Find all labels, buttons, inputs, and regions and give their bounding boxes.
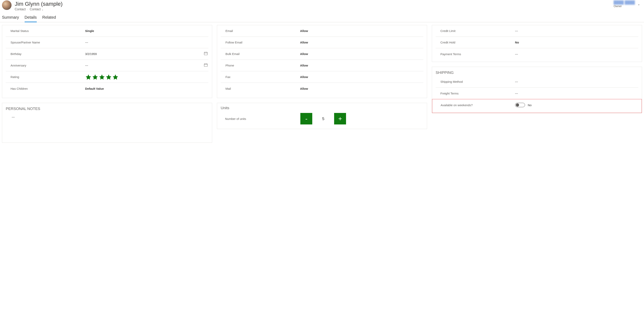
- svg-rect-0: [204, 52, 208, 55]
- field-bulk-email[interactable]: Bulk Email Allow: [221, 48, 423, 60]
- breadcrumb-separator: ·: [27, 7, 28, 11]
- field-label: Payment Terms: [436, 52, 513, 56]
- field-value: Allow: [300, 52, 423, 55]
- field-credit-limit[interactable]: Credit Limit ---: [436, 25, 638, 37]
- form-selector[interactable]: Contact ⌄: [30, 7, 44, 11]
- field-label: Anniversary: [6, 64, 83, 67]
- field-value: ---: [515, 29, 638, 32]
- notes-body[interactable]: ---: [6, 115, 208, 119]
- field-label: Freight Terms: [436, 92, 513, 95]
- field-label: Shipping Method: [436, 80, 513, 83]
- field-value: Allow: [300, 87, 423, 90]
- column-1: Marital Status Single Spouse/Partner Nam…: [2, 25, 212, 143]
- field-birthday[interactable]: Birthday 3/2/1959: [6, 48, 208, 60]
- calendar-icon[interactable]: [203, 51, 208, 56]
- highlighted-field: Available on weekends? No: [432, 99, 642, 113]
- field-label: Email: [221, 29, 298, 32]
- section-title: SHIPPING: [436, 70, 638, 75]
- contact-avatar: [2, 0, 12, 10]
- increment-button[interactable]: +: [334, 113, 346, 124]
- chevron-down-icon: ⌄: [638, 2, 640, 6]
- field-rating[interactable]: Rating: [6, 71, 208, 83]
- field-value: Allow: [300, 75, 423, 79]
- calendar-icon[interactable]: [203, 63, 208, 68]
- field-value: ---: [85, 41, 208, 44]
- star-icon[interactable]: [99, 74, 105, 80]
- field-shipping-method[interactable]: Shipping Method ---: [436, 76, 638, 87]
- star-rating[interactable]: [85, 74, 208, 80]
- breadcrumb: Contact · Contact ⌄: [15, 7, 610, 11]
- field-label: Spouse/Partner Name: [6, 41, 83, 44]
- field-has-children[interactable]: Has Children Default Value: [6, 83, 208, 94]
- entity-label: Contact: [15, 7, 26, 11]
- star-icon[interactable]: [85, 74, 92, 80]
- owner-meta: ████ ████ Owner: [614, 0, 635, 8]
- header-text: Jim Glynn (sample) Contact · Contact ⌄: [15, 0, 610, 11]
- personal-notes-card: PERSONAL NOTES ---: [2, 103, 212, 143]
- units-controls: - 5 +: [300, 113, 346, 124]
- page-title: Jim Glynn (sample): [15, 0, 610, 7]
- personal-card: Marital Status Single Spouse/Partner Nam…: [2, 25, 212, 98]
- field-value: 3/2/1959: [85, 52, 201, 55]
- field-value: Single: [85, 29, 208, 32]
- field-value: No: [515, 41, 638, 44]
- field-payment-terms[interactable]: Payment Terms ---: [436, 48, 638, 60]
- field-value: ---: [515, 80, 638, 83]
- toggle-switch[interactable]: [515, 103, 525, 107]
- chevron-down-icon: ⌄: [42, 8, 44, 11]
- field-follow-email[interactable]: Follow Email Allow: [221, 37, 423, 48]
- units-label: Number of units: [225, 117, 300, 120]
- field-value: ---: [85, 64, 201, 67]
- star-icon[interactable]: [106, 74, 112, 80]
- owner-name: ████ ████: [614, 0, 635, 4]
- field-label: Credit Hold: [436, 41, 513, 44]
- shipping-card: SHIPPING Shipping Method --- Freight Ter…: [432, 67, 642, 113]
- tab-summary[interactable]: Summary: [2, 15, 19, 22]
- field-label: Bulk Email: [221, 52, 298, 55]
- field-mail[interactable]: Mail Allow: [221, 83, 423, 94]
- toggle-label: No: [528, 103, 532, 107]
- field-fax[interactable]: Fax Allow: [221, 71, 423, 83]
- field-marital-status[interactable]: Marital Status Single: [6, 25, 208, 37]
- field-phone[interactable]: Phone Allow: [221, 60, 423, 71]
- section-title: Units: [221, 106, 423, 110]
- toggle-wrap: No: [515, 103, 638, 107]
- contact-prefs-card: Email Allow Follow Email Allow Bulk Emai…: [217, 25, 427, 98]
- field-freight-terms[interactable]: Freight Terms ---: [436, 87, 638, 99]
- section-title: PERSONAL NOTES: [6, 107, 208, 111]
- field-label: Rating: [6, 75, 83, 79]
- star-icon[interactable]: [112, 74, 118, 80]
- toggle-knob: [516, 103, 519, 107]
- field-label: Fax: [221, 75, 298, 79]
- svg-rect-4: [204, 64, 208, 66]
- field-value: Allow: [300, 64, 423, 67]
- tab-details[interactable]: Details: [25, 15, 37, 22]
- field-anniversary[interactable]: Anniversary ---: [6, 60, 208, 71]
- column-3: Credit Limit --- Credit Hold No Payment …: [432, 25, 642, 113]
- field-available-weekends[interactable]: Available on weekends? No: [436, 99, 638, 111]
- tabs: Summary Details Related: [0, 11, 644, 22]
- field-credit-hold[interactable]: Credit Hold No: [436, 37, 638, 48]
- field-label: Mail: [221, 87, 298, 90]
- units-value[interactable]: 5: [312, 116, 334, 121]
- field-label: Birthday: [6, 52, 83, 55]
- decrement-button[interactable]: -: [300, 113, 312, 124]
- field-label: Marital Status: [6, 29, 83, 32]
- field-value: ---: [515, 92, 638, 95]
- field-value: No: [515, 103, 638, 107]
- field-label: Credit Limit: [436, 29, 513, 32]
- record-header: Jim Glynn (sample) Contact · Contact ⌄ █…: [0, 0, 644, 11]
- field-email[interactable]: Email Allow: [221, 25, 423, 37]
- tab-related[interactable]: Related: [42, 15, 56, 22]
- field-label: Has Children: [6, 87, 83, 90]
- field-value: Allow: [300, 29, 423, 32]
- billing-card: Credit Limit --- Credit Hold No Payment …: [432, 25, 642, 62]
- units-row: Number of units - 5 +: [221, 113, 423, 124]
- main-content: Marital Status Single Spouse/Partner Nam…: [0, 22, 644, 147]
- star-icon[interactable]: [92, 74, 98, 80]
- owner-label: Owner: [614, 4, 635, 8]
- owner-block[interactable]: ████ ████ Owner ⌄: [614, 0, 642, 8]
- field-value: Allow: [300, 41, 423, 44]
- field-spouse[interactable]: Spouse/Partner Name ---: [6, 37, 208, 48]
- units-card: Units Number of units - 5 +: [217, 103, 427, 129]
